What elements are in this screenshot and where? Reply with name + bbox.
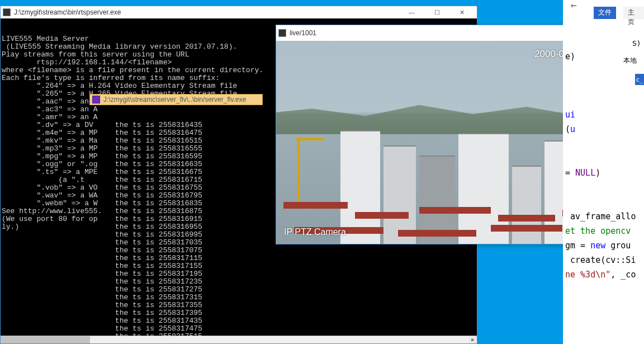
serverflv-window-titlebar[interactable]: J:\zmygit\streamc\server_flv\..\bin/serv… — [89, 94, 263, 105]
code-fragment: e) ui (u = NULL) av_frame_allo et the op… — [563, 34, 644, 344]
horizontal-scrollbar[interactable]: ▶ — [1, 336, 477, 343]
scroll-right-arrow[interactable]: ▶ — [469, 336, 477, 343]
rtsp-title: J:\zmygit\streamc\bin\rtspserver.exe — [14, 8, 121, 16]
minimize-button[interactable]: — — [399, 7, 424, 18]
tab-file[interactable]: 文件 — [594, 7, 616, 19]
back-arrow-icon[interactable]: ← — [571, 0, 577, 11]
console-icon — [3, 8, 11, 16]
osd-camera-label: IP PTZ Camera — [284, 227, 346, 237]
close-button[interactable]: ✕ — [449, 7, 475, 18]
tab-home[interactable]: 主页 — [623, 7, 644, 19]
live-title: live/1001 — [290, 29, 316, 37]
right-partial-pane: ← 文件 主页 S) 本地 c_ e) ui (u = NULL) av_fra… — [563, 0, 644, 344]
maximize-button[interactable]: ☐ — [424, 7, 449, 18]
serverflv-title: J:\zmygit\streamc\server_flv\..\bin/serv… — [103, 96, 246, 103]
console-icon — [92, 96, 100, 103]
scrollbar-thumb[interactable] — [1, 336, 90, 343]
app-icon — [278, 29, 286, 37]
rtsp-titlebar[interactable]: J:\zmygit\streamc\bin\rtspserver.exe — ☐… — [1, 6, 477, 18]
